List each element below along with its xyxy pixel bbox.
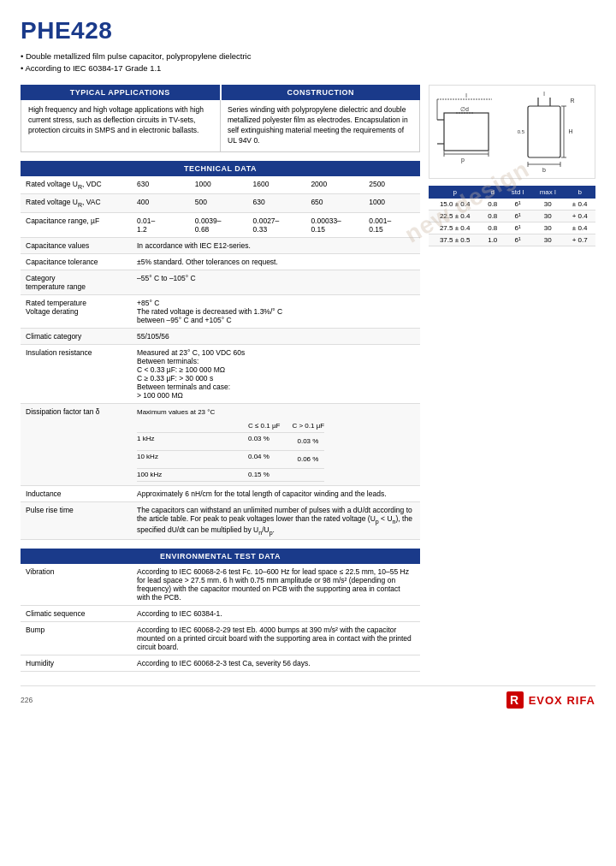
logo-area: R EVOX RIFA <box>506 691 595 709</box>
label-rated-temp: Rated temperatureVoltage derating <box>21 294 132 328</box>
label-cap-values: Capacitance values <box>21 237 132 253</box>
table-row: Capacitance values In accordance with IE… <box>21 237 420 253</box>
label-rated-vdc: Rated voltage UR, VDC <box>21 176 132 194</box>
dim-header-p: p <box>429 186 481 199</box>
dim-header-b: b <box>564 186 595 199</box>
subtitle-1: • Double metallized film pulse capacitor… <box>21 51 595 61</box>
table-row: Rated voltage UR, VAC 400 500 630 650 10… <box>21 194 420 213</box>
construction-header: CONSTRUCTION <box>222 85 421 100</box>
logo-text: EVOX RIFA <box>529 694 595 707</box>
svg-text:0.5: 0.5 <box>517 129 524 134</box>
construction-content: Series winding with polypropylene dielec… <box>221 100 419 151</box>
technical-data-table: Rated voltage UR, VDC 630 1000 1600 2000… <box>21 176 420 541</box>
svg-text:p: p <box>461 157 465 163</box>
table-row: Rated temperatureVoltage derating +85° C… <box>21 294 420 328</box>
dimensions-table: p d std l max l b 15.0 ± 0.4 0.8 6¹ 30 ±… <box>429 186 595 246</box>
table-row: Categorytemperature range –55° C to –105… <box>21 270 420 294</box>
table-row: Capacitance tolerance ±5% standard. Othe… <box>21 253 420 270</box>
label-bump: Bump <box>21 622 132 655</box>
table-row: 15.0 ± 0.4 0.8 6¹ 30 ± 0.4 <box>429 199 595 211</box>
logo-r-icon: R <box>506 691 524 709</box>
label-vibration: Vibration <box>21 564 132 606</box>
label-pulse-rise: Pulse rise time <box>21 501 132 539</box>
table-row: Bump According to IEC 60068-2-29 test Eb… <box>21 622 420 655</box>
label-cap-tolerance: Capacitance tolerance <box>21 253 132 270</box>
environmental-table: Vibration According to IEC 60068-2-6 tes… <box>21 564 420 672</box>
svg-text:R: R <box>570 98 574 104</box>
svg-text:b: b <box>542 167 546 173</box>
right-panel: p ∅d l 0.5 <box>429 85 595 672</box>
svg-text:H: H <box>568 128 572 134</box>
label-climatic-cat: Climatic category <box>21 328 132 344</box>
environmental-data-header: ENVIRONMENTAL TEST DATA <box>21 549 420 564</box>
page-title: PHE428 <box>21 17 595 44</box>
label-climatic-seq: Climatic sequence <box>21 606 132 622</box>
table-row: 22.5 ± 0.4 0.8 6¹ 30 + 0.4 <box>429 211 595 222</box>
component-diagram: p ∅d l 0.5 <box>435 89 589 175</box>
table-row: Dissipation factor tan δ Maximum values … <box>21 403 420 485</box>
subtitle-2: • According to IEC 60384-17 Grade 1.1 <box>21 63 595 73</box>
table-row: 37.5 ± 0.5 1.0 6¹ 30 + 0.7 <box>429 234 595 246</box>
footer: 226 R EVOX RIFA <box>21 685 595 709</box>
label-insulation-res: Insulation resistance <box>21 344 132 403</box>
label-dissipation: Dissipation factor tan δ <box>21 403 132 485</box>
table-row: Climatic sequence According to IEC 60384… <box>21 606 420 622</box>
page-number: 226 <box>21 696 33 704</box>
label-rated-vac: Rated voltage UR, VAC <box>21 194 132 213</box>
table-row: Insulation resistance Measured at 23° C,… <box>21 344 420 403</box>
technical-data-header: TECHNICAL DATA <box>21 161 420 176</box>
svg-rect-0 <box>444 113 489 151</box>
table-row: Humidity According to IEC 60068-2-3 test… <box>21 655 420 672</box>
svg-rect-12 <box>528 106 560 157</box>
svg-text:l: l <box>465 92 467 98</box>
table-row: Pulse rise time The capacitors can withs… <box>21 501 420 539</box>
label-temp-range: Categorytemperature range <box>21 270 132 294</box>
dim-header-maxl: max l <box>531 186 564 199</box>
table-row: Rated voltage UR, VDC 630 1000 1600 2000… <box>21 176 420 194</box>
table-row: Capacitance range, µF 0.01–1.2 0.0039–0.… <box>21 212 420 237</box>
label-humidity: Humidity <box>21 655 132 672</box>
typical-applications-content: High frequency and high voltage applicat… <box>21 100 221 151</box>
diagram-container: p ∅d l 0.5 <box>429 85 595 179</box>
table-row: Inductance Approximately 6 nH/cm for the… <box>21 485 420 501</box>
label-cap-range: Capacitance range, µF <box>21 212 132 237</box>
typical-applications-header: TYPICAL APPLICATIONS <box>21 85 220 100</box>
dim-header-stdl: std l <box>504 186 531 199</box>
svg-text:l: l <box>543 91 545 97</box>
svg-text:∅d: ∅d <box>460 106 469 112</box>
table-row: Climatic category 55/105/56 <box>21 328 420 344</box>
dim-header-d: d <box>481 186 504 199</box>
label-inductance: Inductance <box>21 485 132 501</box>
table-row: Vibration According to IEC 60068-2-6 tes… <box>21 564 420 606</box>
table-row: 27.5 ± 0.4 0.8 6¹ 30 ± 0.4 <box>429 222 595 234</box>
